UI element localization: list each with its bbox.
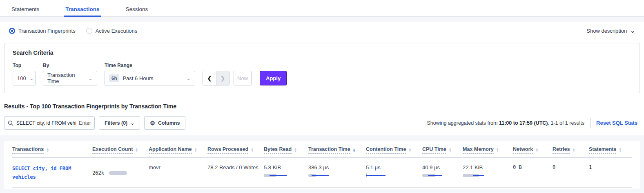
column-label: Bytes Read: [264, 146, 292, 154]
column-header-rows-processed[interactable]: Rows Processed▲▼: [207, 141, 264, 157]
search-criteria-controls: Top 100 ⌄ By Transaction Time ⌄ Time Ran…: [13, 63, 631, 85]
sql-search-box[interactable]: Enter: [4, 116, 95, 130]
sort-arrows-icon: ▲▼: [535, 148, 538, 153]
cell-value: movr: [149, 164, 204, 171]
cell-network: 0 B: [513, 158, 553, 187]
radio-selected-icon: [9, 28, 15, 34]
radio-options-container: Transaction FingerprintsActive Execution…: [9, 28, 148, 34]
sort-arrows-icon: ▲▼: [251, 148, 254, 153]
search-input[interactable]: [16, 120, 76, 126]
search-criteria-section: Search Criteria Top 100 ⌄ By Transaction…: [0, 40, 644, 93]
cell-value: 40.9 µs: [422, 164, 459, 171]
column-header-network[interactable]: Network▲▼: [513, 141, 553, 157]
time-range-label: Time Range: [105, 63, 195, 68]
tab-sessions[interactable]: Sessions: [124, 2, 150, 16]
transaction-fingerprint-link[interactable]: SELECT city, id FROM vehicles: [12, 164, 89, 182]
column-header-transactions[interactable]: Transactions▲▼: [12, 141, 92, 157]
column-header-bytes-read[interactable]: Bytes Read▲▼: [264, 141, 308, 157]
table-row: SELECT city, id FROM vehicles262kmovr78.…: [12, 158, 632, 188]
toolbar-divider: [590, 118, 591, 128]
by-label: By: [43, 63, 97, 68]
results-toolbar: Enter Filters (0) ⌄ ⚙ Columns Showing ag…: [0, 110, 644, 135]
previous-time-window-button[interactable]: ❮: [203, 71, 216, 85]
time-range-value: Past 6 Hours: [123, 75, 153, 81]
stddev-line: [270, 175, 287, 176]
next-time-window-button[interactable]: ❯: [216, 71, 229, 85]
cell-contention-time: 5.1 µs: [366, 158, 422, 187]
filters-label: Filters (0): [105, 120, 127, 126]
stat-bar: [308, 173, 334, 177]
column-header-statements[interactable]: Statements▲▼: [589, 141, 632, 157]
stddev-line: [473, 175, 484, 176]
cell-value: 5.1 µs: [366, 164, 419, 171]
column-label: CPU Time: [422, 146, 446, 154]
chevron-down-icon: ⌄: [630, 29, 635, 33]
cell-value: 5.8 KiB: [264, 164, 305, 171]
by-select-value: Transaction Time: [47, 72, 85, 84]
column-header-retries[interactable]: Retries▲▼: [553, 141, 589, 157]
chevron-left-icon: ❮: [207, 75, 212, 81]
show-description-label: Show description: [586, 28, 627, 34]
stat-bar: [366, 173, 392, 177]
chevron-right-icon: ❯: [221, 75, 225, 81]
radio-label: Transaction Fingerprints: [18, 28, 76, 34]
tab-bar: StatementsTransactionsSessions: [0, 0, 644, 17]
radio-option-transaction-fingerprints[interactable]: Transaction Fingerprints: [9, 28, 76, 34]
table-header-row: Transactions▲▼Execution Count▲▼Applicati…: [12, 141, 632, 158]
filters-button[interactable]: Filters (0) ⌄: [99, 116, 140, 130]
time-window-arrows: ❮ ❯: [203, 71, 230, 85]
cell-rows-processed: 78.2 Reads / 0 Writes: [207, 158, 264, 187]
cell-value: 1: [589, 164, 628, 170]
column-header-application-name[interactable]: Application Name▲▼: [149, 141, 207, 157]
top-select[interactable]: 100 ⌄: [13, 71, 36, 85]
tab-transactions[interactable]: Transactions: [64, 2, 101, 16]
chevron-down-icon: ⌄: [88, 75, 93, 81]
column-header-max-memory[interactable]: Max Memory▲▼: [463, 141, 513, 157]
stat-bar: [422, 173, 448, 177]
chevron-down-icon: ⌄: [29, 75, 34, 81]
sort-arrows-icon: ▲▼: [135, 148, 138, 153]
time-range-field: Time Range 6h Past 6 Hours ⌄: [105, 63, 195, 85]
gear-icon: ⚙: [150, 120, 155, 126]
search-criteria-card: Search Criteria Top 100 ⌄ By Transaction…: [4, 43, 640, 93]
cell-max-memory: 22.1 KiB: [463, 158, 513, 187]
column-label: Contention Time: [366, 146, 406, 154]
by-select[interactable]: Transaction Time ⌄: [43, 71, 97, 85]
column-label: Transactions: [12, 146, 44, 154]
stddev-line: [366, 175, 386, 176]
page-background-strip: [0, 17, 644, 22]
sort-arrows-icon: ▲▼: [572, 148, 575, 153]
table-section: Transactions▲▼Execution Count▲▼Applicati…: [0, 135, 644, 193]
stddev-line: [428, 175, 442, 176]
column-header-cpu-time[interactable]: CPU Time▲▼: [422, 141, 463, 157]
apply-button[interactable]: Apply: [260, 71, 287, 85]
radio-label: Active Executions: [96, 28, 138, 34]
column-header-execution-count[interactable]: Execution Count▲▼: [92, 141, 149, 157]
view-toggle-row: Transaction FingerprintsActive Execution…: [0, 22, 644, 40]
transactions-table: Transactions▲▼Execution Count▲▼Applicati…: [4, 141, 640, 189]
time-range-select[interactable]: 6h Past 6 Hours ⌄: [105, 71, 195, 85]
time-range-badge: 6h: [109, 74, 119, 82]
cell-retries: 0: [553, 158, 589, 187]
sort-arrows-icon: ▲▼: [408, 148, 411, 153]
stats-range: 11:00 to 17:59 (UTC): [499, 120, 548, 126]
cell-value: 22.1 KiB: [463, 164, 510, 171]
enter-hint: Enter: [79, 120, 91, 126]
sort-arrows-icon: ▲▼: [619, 148, 622, 153]
column-header-contention-time[interactable]: Contention Time▲▼: [366, 141, 422, 157]
reset-sql-stats-link[interactable]: Reset SQL Stats: [596, 120, 637, 126]
show-description-toggle[interactable]: Show description ⌄: [586, 28, 635, 34]
tab-statements[interactable]: Statements: [10, 2, 41, 16]
cell-value: 0: [553, 164, 586, 170]
stat-bar: [264, 173, 290, 177]
columns-button[interactable]: ⚙ Columns: [144, 116, 185, 130]
results-title: Results - Top 100 Transaction Fingerprin…: [0, 93, 644, 110]
column-label: Transaction Time: [308, 146, 350, 154]
sort-arrows-icon: ▲▼: [46, 148, 49, 153]
now-button[interactable]: Now: [234, 71, 252, 85]
top-select-value: 100: [17, 75, 26, 81]
stats-suffix: , 1-1 of 1 results: [548, 120, 584, 126]
sort-arrows-icon: ▲▼: [194, 148, 197, 153]
radio-option-active-executions[interactable]: Active Executions: [86, 28, 138, 34]
column-header-transaction-time[interactable]: Transaction Time▲▼: [308, 141, 366, 157]
